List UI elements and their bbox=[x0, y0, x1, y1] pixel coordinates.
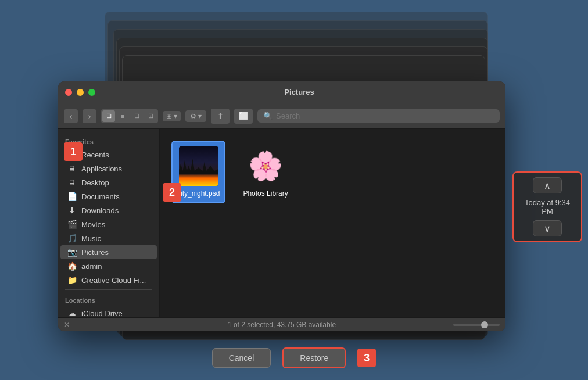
slider-track bbox=[453, 324, 500, 326]
title-bar: Pictures bbox=[58, 81, 505, 103]
time-machine-panel: ∧ Today at 9:34 PM ∨ bbox=[512, 171, 582, 242]
minimize-button[interactable] bbox=[77, 89, 84, 96]
downloads-icon: ⬇ bbox=[67, 206, 77, 215]
applications-label: Applications bbox=[81, 164, 122, 173]
back-button[interactable]: ‹ bbox=[64, 109, 78, 123]
desktop-label: Desktop bbox=[81, 178, 109, 187]
close-button[interactable] bbox=[65, 89, 72, 96]
slider-thumb bbox=[481, 321, 488, 328]
cancel-button[interactable]: Cancel bbox=[212, 348, 271, 368]
gear-icon: ⚙ bbox=[190, 112, 196, 120]
sidebar-item-movies[interactable]: 🎬 Movies bbox=[60, 217, 157, 231]
column-view-button[interactable]: ⊟ bbox=[130, 110, 143, 122]
city-night-image bbox=[179, 146, 218, 186]
sidebar-item-music[interactable]: 🎵 Music bbox=[60, 231, 157, 245]
view-buttons: ⊞ ≡ ⊟ ⊡ bbox=[101, 109, 158, 123]
sidebar-item-documents[interactable]: 📄 Documents bbox=[60, 189, 157, 203]
sidebar-item-applications[interactable]: 🖥 Applications bbox=[60, 162, 157, 175]
edit-button[interactable]: ⬜ bbox=[234, 109, 253, 124]
action-button[interactable]: ⚙ ▾ bbox=[185, 110, 206, 122]
list-view-button[interactable]: ≡ bbox=[116, 110, 129, 122]
bottom-bar: Cancel Restore 3 bbox=[0, 347, 588, 368]
badge-3-label: 3 bbox=[364, 352, 370, 364]
time-machine-down-button[interactable]: ∨ bbox=[533, 220, 562, 236]
badge-2-label: 2 bbox=[169, 187, 175, 199]
applications-icon: 🖥 bbox=[67, 164, 77, 173]
creative-cloud-icon: 📁 bbox=[67, 275, 77, 285]
pictures-icon: 📷 bbox=[67, 248, 77, 257]
search-bar: 🔍 bbox=[257, 109, 500, 123]
file-area: city_night.psd 🌸 Photos Library bbox=[160, 129, 505, 317]
edit-icon: ⬜ bbox=[239, 112, 249, 120]
search-input[interactable] bbox=[276, 112, 494, 120]
share-icon: ⬆ bbox=[217, 112, 224, 120]
sidebar-divider bbox=[65, 289, 152, 290]
downloads-label: Downloads bbox=[81, 206, 119, 215]
recents-label: Recents bbox=[81, 150, 109, 159]
window-title: Pictures bbox=[100, 88, 499, 96]
creative-cloud-label: Creative Cloud Fi... bbox=[81, 276, 146, 285]
movies-icon: 🎬 bbox=[67, 220, 77, 229]
status-close[interactable]: ✕ bbox=[64, 321, 70, 329]
desktop-icon: 🖥 bbox=[67, 178, 77, 187]
toolbar: ‹ › ⊞ ≡ ⊟ ⊡ ⊞ ▾ ⚙ ▾ ⬆ ⬜ 🔍 bbox=[58, 103, 505, 129]
admin-label: admin bbox=[81, 262, 102, 271]
locations-label: Locations bbox=[58, 292, 159, 306]
sidebar-item-downloads[interactable]: ⬇ Downloads bbox=[60, 203, 157, 217]
gallery-view-button[interactable]: ⊡ bbox=[144, 110, 157, 122]
sidebar-item-icloud[interactable]: ☁ iCloud Drive bbox=[60, 306, 157, 317]
badge-1-label: 1 bbox=[70, 146, 76, 158]
down-arrow-icon: ∨ bbox=[544, 223, 551, 234]
zoom-slider[interactable] bbox=[453, 324, 500, 326]
action-arrow: ▾ bbox=[198, 112, 202, 120]
photos-icon: 🌸 bbox=[246, 146, 285, 186]
sidebar-item-pictures[interactable]: 📷 Pictures bbox=[60, 245, 157, 259]
status-bar: ✕ 1 of 2 selected, 43.75 GB available bbox=[58, 317, 505, 331]
music-label: Music bbox=[81, 234, 101, 243]
view-dropdown-icon: ⊞ bbox=[166, 112, 172, 120]
badge-2: 2 bbox=[163, 183, 181, 202]
admin-icon: 🏠 bbox=[67, 261, 77, 271]
time-machine-up-button[interactable]: ∧ bbox=[533, 177, 562, 193]
icloud-icon: ☁ bbox=[67, 309, 77, 317]
maximize-button[interactable] bbox=[88, 89, 95, 96]
movies-label: Movies bbox=[81, 220, 105, 229]
photos-thumbnail: 🌸 bbox=[246, 146, 285, 186]
pictures-label: Pictures bbox=[81, 248, 109, 257]
finder-window: Pictures ‹ › ⊞ ≡ ⊟ ⊡ ⊞ ▾ ⚙ ▾ ⬆ ⬜ 🔍 bbox=[58, 81, 505, 331]
music-icon: 🎵 bbox=[67, 234, 77, 243]
view-dropdown-button[interactable]: ⊞ ▾ bbox=[163, 111, 181, 121]
documents-icon: 📄 bbox=[67, 192, 77, 201]
city-night-label: city_night.psd bbox=[177, 189, 220, 198]
badge-1: 1 bbox=[64, 142, 83, 161]
restore-button[interactable]: Restore bbox=[282, 347, 346, 368]
documents-label: Documents bbox=[81, 192, 120, 201]
sidebar-item-creative-cloud[interactable]: 📁 Creative Cloud Fi... bbox=[60, 273, 157, 287]
status-text: 1 of 2 selected, 43.75 GB available bbox=[228, 321, 336, 329]
share-button[interactable]: ⬆ bbox=[211, 109, 230, 124]
search-icon: 🔍 bbox=[263, 112, 273, 120]
psd-preview bbox=[179, 146, 218, 186]
up-arrow-icon: ∧ bbox=[544, 180, 551, 191]
psd-thumbnail bbox=[179, 146, 218, 186]
badge-3: 3 bbox=[357, 349, 376, 367]
sidebar-item-desktop[interactable]: 🖥 Desktop bbox=[60, 175, 157, 189]
file-item-photos-library[interactable]: 🌸 Photos Library bbox=[237, 141, 293, 203]
view-dropdown-arrow: ▾ bbox=[174, 112, 177, 120]
time-machine-time: Today at 9:34 PM bbox=[518, 198, 576, 216]
photos-library-label: Photos Library bbox=[243, 189, 288, 198]
icloud-label: iCloud Drive bbox=[81, 309, 123, 318]
grid-view-button[interactable]: ⊞ bbox=[102, 110, 115, 122]
sidebar-item-admin[interactable]: 🏠 admin bbox=[60, 259, 157, 273]
forward-button[interactable]: › bbox=[83, 109, 96, 123]
content-area: Favorites 🕐 Recents 🖥 Applications 🖥 Des… bbox=[58, 129, 505, 317]
